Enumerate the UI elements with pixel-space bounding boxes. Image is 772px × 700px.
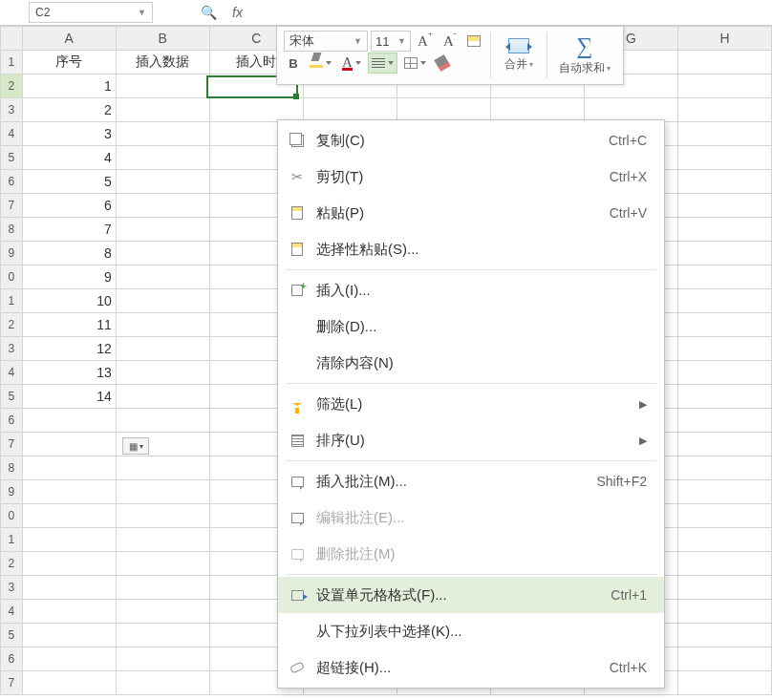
row-header[interactable]: 8 bbox=[1, 456, 23, 480]
cell[interactable] bbox=[397, 98, 490, 122]
cell[interactable]: 11 bbox=[22, 313, 116, 337]
shrink-font-button[interactable]: A- bbox=[440, 31, 461, 52]
cell[interactable] bbox=[22, 433, 116, 456]
cell[interactable]: 10 bbox=[22, 289, 116, 313]
cell[interactable]: 12 bbox=[22, 337, 116, 361]
cell[interactable] bbox=[677, 265, 771, 289]
cell[interactable] bbox=[116, 337, 209, 361]
cell[interactable] bbox=[116, 385, 209, 409]
cell[interactable] bbox=[116, 194, 209, 218]
row-header[interactable]: 6 bbox=[1, 170, 23, 194]
cell[interactable] bbox=[116, 456, 209, 480]
cell[interactable] bbox=[116, 313, 209, 337]
cell[interactable] bbox=[116, 552, 209, 576]
row-header[interactable]: 5 bbox=[1, 146, 23, 170]
row-header[interactable]: 2 bbox=[1, 74, 23, 98]
font-size-select[interactable]: 11 ▼ bbox=[371, 31, 411, 52]
row-header[interactable]: 1 bbox=[1, 289, 23, 313]
merge-button[interactable]: 合并▾ bbox=[494, 29, 544, 82]
cell[interactable]: 4 bbox=[22, 146, 116, 170]
cell-styles-button[interactable] bbox=[463, 31, 484, 52]
select-all-corner[interactable] bbox=[1, 27, 23, 51]
cell[interactable] bbox=[677, 337, 771, 361]
cell[interactable] bbox=[490, 98, 584, 122]
cell[interactable] bbox=[116, 576, 209, 600]
cell[interactable]: 插入数据 bbox=[116, 51, 209, 74]
cell[interactable] bbox=[677, 170, 771, 194]
menu-item-cut[interactable]: ✂剪切(T)Ctrl+X bbox=[278, 159, 664, 195]
cell[interactable] bbox=[677, 194, 771, 218]
cell[interactable] bbox=[22, 671, 116, 695]
cell[interactable] bbox=[677, 51, 771, 74]
row-header[interactable]: 3 bbox=[1, 576, 23, 600]
cell[interactable] bbox=[22, 624, 116, 647]
cell[interactable] bbox=[677, 242, 771, 265]
cell[interactable]: 14 bbox=[22, 385, 116, 409]
cell[interactable] bbox=[22, 576, 116, 600]
cell[interactable] bbox=[116, 600, 209, 624]
row-header[interactable]: 7 bbox=[1, 433, 23, 456]
cell[interactable] bbox=[677, 289, 771, 313]
cell[interactable] bbox=[116, 361, 209, 385]
cell[interactable]: 7 bbox=[22, 218, 116, 242]
cell[interactable]: 3 bbox=[22, 122, 116, 146]
cell[interactable] bbox=[116, 624, 209, 647]
menu-item-hyperlink[interactable]: 超链接(H)...Ctrl+K bbox=[278, 649, 664, 686]
row-header[interactable]: 3 bbox=[1, 98, 23, 122]
cell[interactable] bbox=[116, 265, 209, 289]
cell[interactable] bbox=[677, 146, 771, 170]
column-header[interactable]: A bbox=[22, 27, 116, 51]
menu-item-insert-comment[interactable]: 插入批注(M)...Shift+F2 bbox=[278, 463, 664, 499]
cell[interactable] bbox=[677, 671, 771, 695]
menu-item-filter[interactable]: 筛选(L)▶ bbox=[278, 386, 664, 422]
cell[interactable]: 6 bbox=[22, 194, 116, 218]
row-header[interactable]: 8 bbox=[1, 218, 23, 242]
cell[interactable] bbox=[22, 647, 116, 671]
menu-item-delete[interactable]: 删除(D)... bbox=[278, 308, 664, 345]
cell[interactable] bbox=[116, 409, 209, 433]
menu-item-format-cells[interactable]: 设置单元格格式(F)...Ctrl+1 bbox=[278, 577, 664, 613]
cell[interactable] bbox=[116, 122, 209, 146]
cell[interactable] bbox=[22, 504, 116, 528]
cell[interactable] bbox=[677, 98, 771, 122]
column-header[interactable]: H bbox=[677, 27, 771, 51]
row-header[interactable]: 5 bbox=[1, 624, 23, 647]
cell[interactable]: 8 bbox=[22, 242, 116, 265]
cell[interactable]: 1 bbox=[22, 74, 116, 98]
cell[interactable]: 9 bbox=[22, 265, 116, 289]
row-header[interactable]: 0 bbox=[1, 504, 23, 528]
cell[interactable] bbox=[677, 528, 771, 552]
cell[interactable] bbox=[677, 480, 771, 504]
menu-item-sort[interactable]: 排序(U)▶ bbox=[278, 422, 664, 458]
cell[interactable] bbox=[677, 313, 771, 337]
cell[interactable] bbox=[677, 74, 771, 98]
cell[interactable] bbox=[677, 361, 771, 385]
fx-icon[interactable]: fx bbox=[232, 5, 243, 20]
menu-item-clear[interactable]: 清除内容(N) bbox=[278, 345, 664, 381]
column-header[interactable]: B bbox=[116, 27, 209, 51]
row-header[interactable]: 9 bbox=[1, 480, 23, 504]
search-icon[interactable]: 🔍 bbox=[201, 5, 217, 20]
grow-font-button[interactable]: A+ bbox=[414, 31, 437, 52]
cell[interactable] bbox=[677, 218, 771, 242]
cell[interactable] bbox=[209, 98, 303, 122]
row-header[interactable]: 7 bbox=[1, 671, 23, 695]
cell[interactable] bbox=[677, 624, 771, 647]
format-painter-button[interactable] bbox=[433, 53, 452, 74]
cell[interactable] bbox=[116, 289, 209, 313]
cell[interactable] bbox=[677, 456, 771, 480]
row-header[interactable]: 0 bbox=[1, 265, 23, 289]
borders-button[interactable] bbox=[400, 53, 430, 74]
cell[interactable]: 2 bbox=[22, 98, 116, 122]
menu-item-pick-from-list[interactable]: 从下拉列表中选择(K)... bbox=[278, 613, 664, 649]
row-header[interactable]: 2 bbox=[1, 313, 23, 337]
cell[interactable] bbox=[116, 647, 209, 671]
row-header[interactable]: 4 bbox=[1, 361, 23, 385]
cell[interactable] bbox=[116, 504, 209, 528]
font-color-button[interactable]: A bbox=[338, 53, 365, 74]
menu-item-paste-special[interactable]: 选择性粘贴(S)... bbox=[278, 231, 664, 267]
cell[interactable] bbox=[303, 98, 397, 122]
row-header[interactable]: 4 bbox=[1, 600, 23, 624]
cell[interactable] bbox=[22, 456, 116, 480]
menu-item-insert[interactable]: 插入(I)... bbox=[278, 272, 664, 308]
